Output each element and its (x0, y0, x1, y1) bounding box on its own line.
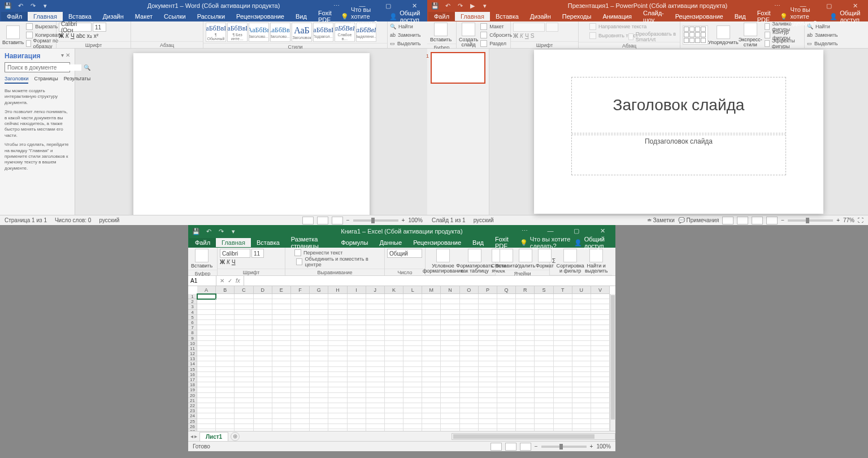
cell[interactable] (310, 294, 328, 299)
cell[interactable] (254, 310, 272, 315)
cell[interactable] (385, 403, 403, 408)
cell[interactable] (497, 336, 516, 341)
new-sheet-button[interactable]: ⊕ (231, 432, 240, 441)
cell[interactable] (497, 403, 516, 408)
cell[interactable] (385, 408, 403, 413)
cell[interactable] (535, 330, 553, 335)
zoom-out-icon[interactable]: − (535, 443, 538, 450)
cell[interactable] (554, 372, 572, 377)
cell[interactable] (572, 351, 591, 356)
row-header[interactable]: 3 (188, 304, 197, 309)
cell[interactable] (479, 419, 497, 424)
cell[interactable] (310, 367, 328, 372)
row-header[interactable]: 18 (188, 382, 197, 387)
cell[interactable] (272, 377, 291, 382)
row-header[interactable]: 11 (188, 346, 197, 351)
tab-file[interactable]: Файл (428, 12, 455, 21)
cell[interactable] (403, 294, 422, 299)
enter-formula-icon[interactable]: ✓ (228, 278, 232, 284)
cell[interactable] (479, 377, 497, 382)
cell[interactable] (441, 310, 459, 315)
paste-button[interactable]: Вставить (190, 249, 213, 269)
cell[interactable] (441, 419, 459, 424)
row-header[interactable]: 21 (188, 398, 197, 403)
cell[interactable] (385, 419, 403, 424)
cell[interactable] (385, 372, 403, 377)
cell[interactable] (572, 367, 591, 372)
cell[interactable] (554, 419, 572, 424)
cell[interactable] (572, 372, 591, 377)
cell[interactable] (479, 413, 497, 418)
nav-tab-headings[interactable]: Заголовки (5, 76, 28, 84)
cancel-formula-icon[interactable]: ✕ (220, 278, 224, 284)
cell[interactable] (310, 403, 328, 408)
minimize-icon[interactable]: — (537, 225, 563, 236)
cell[interactable] (216, 408, 235, 413)
cell[interactable] (328, 315, 347, 320)
cell[interactable] (272, 419, 291, 424)
fit-to-window-icon[interactable]: ⛶ (858, 217, 863, 223)
cell[interactable] (385, 356, 403, 361)
cell[interactable] (291, 377, 310, 382)
cell[interactable] (216, 356, 235, 361)
cell[interactable] (479, 393, 497, 398)
cell[interactable] (216, 330, 235, 335)
col-header[interactable]: P (479, 286, 497, 294)
cell[interactable] (591, 367, 610, 372)
cell[interactable] (348, 315, 366, 320)
cell[interactable] (366, 299, 385, 304)
cell[interactable] (591, 315, 610, 320)
cell[interactable] (216, 346, 235, 351)
cell[interactable] (254, 330, 272, 335)
cell[interactable] (216, 294, 235, 299)
cell[interactable] (291, 356, 310, 361)
font-size-combo[interactable]: 11 (251, 249, 264, 258)
cell[interactable] (385, 330, 403, 335)
cell[interactable] (235, 356, 253, 361)
cell[interactable] (310, 346, 328, 351)
cell[interactable] (254, 372, 272, 377)
cell[interactable] (272, 330, 291, 335)
cell[interactable] (535, 413, 553, 418)
cell[interactable] (310, 361, 328, 366)
cell[interactable] (422, 387, 441, 392)
row-header[interactable]: 16 (188, 372, 197, 377)
cell[interactable] (535, 377, 553, 382)
cell[interactable] (197, 403, 216, 408)
cell[interactable] (516, 419, 535, 424)
cell[interactable] (235, 351, 253, 356)
cell[interactable] (235, 299, 253, 304)
view-web-icon[interactable] (332, 217, 343, 224)
cell[interactable] (535, 310, 553, 315)
cell[interactable] (591, 393, 610, 398)
cell[interactable] (441, 382, 459, 387)
cell[interactable] (272, 356, 291, 361)
underline-button[interactable]: Ч (232, 259, 236, 265)
cell[interactable] (197, 367, 216, 372)
cell[interactable] (235, 377, 253, 382)
cell[interactable] (216, 325, 235, 330)
find-select-button[interactable]: Найти и выделить (585, 249, 607, 274)
cell[interactable] (235, 310, 253, 315)
tab-layout[interactable]: Макет (129, 12, 158, 21)
col-header[interactable]: Q (497, 286, 516, 294)
cell[interactable] (235, 424, 253, 429)
cell[interactable] (535, 367, 553, 372)
cell[interactable] (403, 304, 422, 309)
cell[interactable] (497, 325, 516, 330)
cell[interactable] (441, 398, 459, 403)
view-slideshow-icon[interactable] (766, 217, 778, 224)
cell[interactable] (291, 294, 310, 299)
cell[interactable] (572, 398, 591, 403)
tab-insert[interactable]: Вставка (63, 12, 97, 21)
cell[interactable] (403, 330, 422, 335)
font-name-combo[interactable]: Calibri (220, 249, 250, 258)
cell[interactable] (310, 424, 328, 429)
cell[interactable] (366, 336, 385, 341)
cell[interactable] (441, 361, 459, 366)
cell[interactable] (422, 310, 441, 315)
col-header[interactable]: A (197, 286, 216, 294)
cell[interactable] (385, 336, 403, 341)
cell[interactable] (310, 372, 328, 377)
cell[interactable] (591, 330, 610, 335)
